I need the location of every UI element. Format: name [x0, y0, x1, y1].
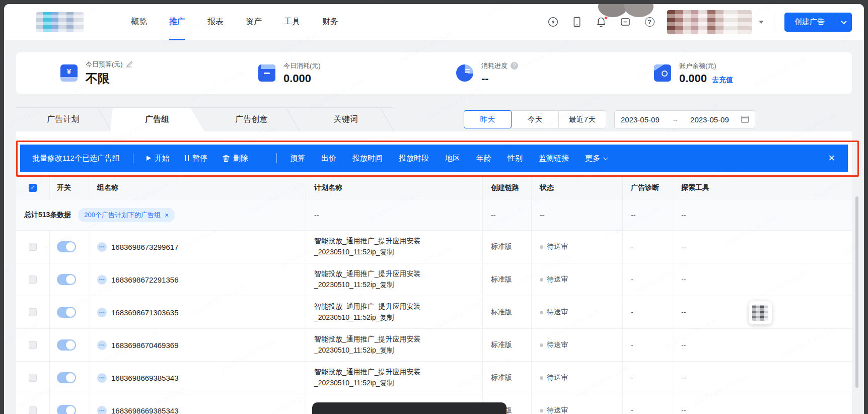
explore-tool: --	[673, 231, 852, 263]
nav-item-promotion[interactable]: 推广	[158, 4, 196, 40]
bulk-field-gender[interactable]: 性别	[508, 154, 523, 163]
table-row: ⋯ 1683698672291356 智能投放_通用推广_提升应用安装_2023…	[16, 263, 852, 296]
vertical-scrollbar[interactable]	[855, 196, 858, 388]
bulk-more-dropdown[interactable]: 更多	[585, 154, 607, 163]
help-icon[interactable]: ?	[644, 17, 655, 28]
tab-ad-group[interactable]: 广告组	[110, 108, 204, 131]
preset-last7days[interactable]: 最近7天	[558, 110, 606, 128]
create-ad-button[interactable]: 创建广告	[784, 13, 835, 32]
date-start: 2023-05-09	[621, 115, 660, 124]
chip-close-icon[interactable]: ×	[165, 211, 169, 219]
tab-ad-creative[interactable]: 广告创意	[204, 108, 299, 131]
group-status-icon: ⋯	[97, 406, 107, 414]
header-explore-tool: 探索工具	[673, 176, 852, 199]
bottom-overlay-bar	[312, 402, 507, 414]
help-tooltip-icon[interactable]: ?	[511, 62, 518, 70]
row-checkbox[interactable]	[29, 275, 37, 284]
flash-icon[interactable]	[547, 17, 558, 28]
group-status-icon: ⋯	[97, 373, 107, 383]
row-checkbox[interactable]	[29, 308, 37, 316]
summary-plan: --	[306, 199, 483, 230]
row-checkbox[interactable]	[29, 374, 37, 382]
row-checkbox[interactable]	[29, 243, 37, 251]
budget-icon: ¥	[60, 64, 78, 82]
mobile-icon[interactable]	[571, 17, 583, 28]
edit-budget-icon[interactable]	[126, 61, 133, 68]
nav-item-reports[interactable]: 报表	[196, 4, 235, 40]
bulk-field-bid[interactable]: 出价	[321, 154, 336, 163]
stat-value: 不限	[86, 71, 133, 87]
row-switch-toggle[interactable]	[57, 339, 76, 351]
bulk-field-age[interactable]: 年龄	[476, 154, 491, 163]
plan-name[interactable]: 智能投放_通用推广_提升应用安装_20230510_11:52ip_复制	[306, 329, 483, 361]
plan-name[interactable]: 智能投放_通用推广_提升应用安装_20230510_11:52ip_复制	[306, 362, 483, 394]
top-nav: 概览 推广 报表 资产 工具 财务 ?	[4, 4, 864, 40]
create-ad-button-group: 创建广告	[784, 13, 852, 32]
plan-name[interactable]: 智能投放_通用推广_提升应用安装_20230510_11:52ip_复制	[306, 231, 483, 263]
status-dot-icon	[540, 409, 543, 412]
row-switch-toggle[interactable]	[57, 405, 76, 414]
bulk-selection-label: 批量修改112个已选广告组	[32, 154, 120, 163]
preset-yesterday[interactable]: 昨天	[464, 110, 512, 128]
row-switch-toggle[interactable]	[57, 307, 76, 318]
account-caret-icon[interactable]	[759, 21, 764, 24]
bulk-start-button[interactable]: 开始	[147, 154, 170, 163]
row-checkbox[interactable]	[29, 406, 37, 414]
header-creation-link: 创建链路	[483, 176, 532, 199]
group-id[interactable]: 1683698670469369	[111, 341, 178, 350]
select-all-checkbox[interactable]: ✓	[29, 184, 37, 192]
row-switch-toggle[interactable]	[57, 372, 76, 383]
account-name-blurred[interactable]	[667, 10, 752, 34]
stat-account-balance: 账户余额(元) 0.000 去充值	[654, 61, 852, 85]
bulk-divider	[133, 153, 133, 163]
bulk-pause-button[interactable]: 暂停	[185, 154, 207, 163]
bell-icon[interactable]	[596, 17, 607, 28]
bulk-field-schedule[interactable]: 投放时间	[352, 154, 383, 163]
status-text: 待送审	[547, 340, 568, 350]
bulk-field-region[interactable]: 地区	[445, 154, 460, 163]
summary-link: --	[483, 199, 532, 230]
row-switch-toggle[interactable]	[57, 274, 76, 285]
group-id[interactable]: 1683698671303635	[111, 308, 178, 317]
consume-icon	[258, 64, 275, 82]
bulk-field-budget[interactable]: 预算	[290, 154, 305, 163]
calendar-icon	[741, 116, 749, 123]
nav-item-finance[interactable]: 财务	[311, 4, 349, 40]
stat-value: 0.000	[283, 72, 321, 85]
group-id[interactable]: 1683698672291356	[111, 275, 178, 284]
page-body: ¥ 今日预算(元) 不限 今日消耗(元) 0.000	[4, 52, 864, 414]
bulk-field-timeslot[interactable]: 投放时段	[399, 154, 429, 163]
table-row: ⋯ 1683698673299617 智能投放_通用推广_提升应用安装_2023…	[16, 231, 852, 263]
header-switch: 开关	[50, 176, 89, 199]
row-switch-toggle[interactable]	[57, 241, 76, 252]
status-dot-icon	[540, 245, 543, 249]
bulk-delete-button[interactable]: 删除	[223, 154, 248, 163]
date-range-picker[interactable]: 2023-05-09 → 2023-05-09	[614, 110, 755, 128]
tab-ad-plan[interactable]: 广告计划	[16, 108, 110, 131]
nav-item-tools[interactable]: 工具	[273, 4, 311, 40]
plan-name[interactable]: 智能投放_通用推广_提升应用安装_20230510_11:52ip_复制	[306, 296, 483, 328]
table-header-row: ✓ 开关 组名称 计划名称 创建链路 状态 广告诊断 探索工具	[16, 176, 852, 199]
group-id[interactable]: 1683698669385343	[111, 374, 178, 382]
nav-item-overview[interactable]: 概览	[120, 4, 158, 40]
group-id[interactable]: 1683698669385343	[111, 406, 178, 414]
chat-icon[interactable]	[620, 17, 631, 28]
recharge-link[interactable]: 去充值	[712, 76, 733, 85]
plan-name[interactable]: 智能投放_通用推广_提升应用安装_20230510_11:52ip_复制	[306, 263, 483, 296]
status-dot-icon	[540, 343, 543, 347]
account-stats-card: ¥ 今日预算(元) 不限 今日消耗(元) 0.000	[16, 52, 852, 94]
bulk-close-button[interactable]: ×	[827, 153, 836, 164]
creation-link: 标准版	[483, 296, 532, 328]
bulk-field-tracking[interactable]: 监测链接	[539, 154, 569, 163]
create-ad-dropdown[interactable]	[835, 13, 852, 32]
tab-keywords[interactable]: 关键词	[299, 108, 393, 131]
row-checkbox[interactable]	[29, 341, 37, 349]
ad-diagnosis: -	[623, 263, 673, 296]
preset-today[interactable]: 今天	[511, 110, 559, 128]
group-id[interactable]: 1683698673299617	[111, 243, 178, 251]
nav-item-assets[interactable]: 资产	[235, 4, 273, 40]
explore-tool: --	[673, 329, 852, 361]
explore-tool: --	[673, 263, 852, 296]
table-row: ⋯ 1683698669385343 智能投放_通用推广_提升应用安装_2023…	[16, 362, 852, 394]
floating-widget-blurred[interactable]	[749, 301, 772, 324]
